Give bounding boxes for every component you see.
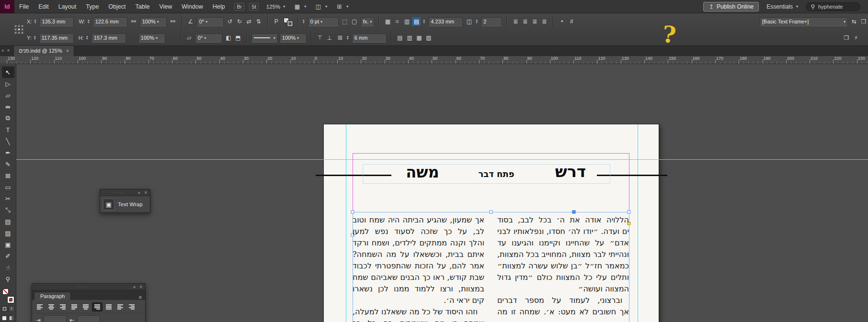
y-stepper[interactable] (34, 35, 37, 40)
skew-vertical-icon[interactable]: ⬒ (234, 33, 242, 42)
page-tool[interactable]: ▱ (2, 89, 14, 101)
justify-last-center-button[interactable] (80, 302, 91, 311)
object-styles-icon[interactable]: ❒ (842, 33, 851, 42)
x-stepper[interactable] (34, 19, 37, 24)
dock-collapse-icon[interactable]: » (0, 48, 6, 53)
width-field[interactable]: 122.6 mm (93, 17, 127, 26)
panel-menu-icon[interactable]: ≡ (137, 295, 143, 300)
panel-collapse-icon[interactable]: » (137, 190, 142, 195)
stroke-dashed-icon[interactable]: ⬚ (341, 17, 349, 26)
reference-point-proxy[interactable] (14, 25, 23, 34)
search-input[interactable]: ⚲ hyphenate (806, 2, 860, 11)
inset-stepper[interactable] (346, 35, 350, 40)
formatting-affects-text-button[interactable]: T (9, 306, 15, 312)
rotate-ccw-icon[interactable]: ↺ (226, 17, 234, 26)
columns-stepper[interactable] (475, 19, 479, 24)
line-tool[interactable]: ╲ (2, 135, 14, 147)
rectangle-tool[interactable]: ▭ (2, 181, 14, 193)
align-away-spine-button[interactable] (126, 302, 137, 311)
menu-item[interactable]: View (154, 0, 177, 13)
stroke-solid-icon[interactable]: ▢ (350, 17, 359, 26)
screen-mode-dropdown[interactable]: ◫ (314, 2, 327, 11)
panel-close-icon[interactable]: × (143, 190, 148, 195)
frame-grid-icon[interactable]: ▦ (383, 17, 392, 26)
quick-apply-icon[interactable]: ⚡ (852, 33, 860, 42)
panel-title-bar[interactable]: ⋯⋯⋯ » × (32, 284, 145, 290)
constrain-proportions-icon[interactable]: ⚯ (129, 17, 138, 26)
align-bottom-icon[interactable]: ⊥ (325, 33, 334, 42)
menu-item[interactable]: Edit (34, 0, 54, 13)
vertical-justify-center-icon[interactable]: ▥ (405, 33, 414, 42)
h-stepper[interactable] (86, 35, 90, 40)
frame-handle-top-left[interactable] (351, 211, 354, 214)
justify-all-button[interactable] (103, 302, 114, 311)
frame-anchor-handle[interactable] (572, 211, 576, 214)
scale-y-field[interactable]: 100% (138, 33, 165, 43)
skew-horizontal-icon[interactable]: ◧ (224, 33, 233, 42)
hand-tool[interactable]: ☝ (2, 262, 14, 273)
scale-link-icon[interactable]: ⚯ (169, 17, 177, 26)
scale-x-field[interactable]: 100% (140, 17, 167, 26)
align-center-button[interactable] (46, 302, 57, 311)
eyedropper-tool[interactable]: ✐ (2, 250, 14, 262)
menu-item[interactable]: Object (103, 0, 130, 13)
story-direction-icon[interactable]: P (272, 17, 281, 26)
formatting-affects-container-button[interactable] (1, 306, 8, 312)
tab-close-icon[interactable]: × (66, 48, 69, 54)
text-column-right[interactable]: הללויה אודה את ה׳ בכל לבב, בסוד ישר-ים ו… (497, 214, 629, 318)
scissors-tool[interactable]: ✂ (2, 193, 14, 204)
align-right-button[interactable] (57, 302, 68, 311)
stroke-weight-field[interactable]: 0 pt (308, 17, 339, 26)
fill-stroke-proxy[interactable] (283, 17, 293, 26)
y-position-field[interactable]: 117.35 mm (39, 33, 74, 43)
zoom-tool[interactable]: ⚲ (2, 273, 14, 285)
gutter-field[interactable]: 4.233 mm (428, 17, 463, 26)
gap-tool[interactable]: ⇹ (2, 101, 14, 112)
snippet-icon[interactable]: ❒ (859, 17, 868, 26)
dock-close-icon[interactable]: × (6, 48, 11, 53)
align-top-icon[interactable]: ⊤ (316, 33, 324, 42)
gutter-stepper[interactable] (423, 19, 426, 24)
gradient-swatch-tool[interactable]: ▤ (2, 216, 14, 227)
menu-item[interactable]: Table (130, 0, 154, 13)
indent-left-field[interactable] (44, 315, 67, 322)
align-left-icon[interactable]: ≣ (511, 17, 520, 26)
bridge-button[interactable]: Br (234, 3, 244, 11)
view-options-dropdown[interactable]: ▦ (293, 2, 306, 11)
justify-icon[interactable]: ≣ (540, 17, 548, 26)
stroke-swatch[interactable] (8, 297, 14, 303)
stroke-weight-stepper[interactable] (302, 19, 306, 24)
text-frame-icon[interactable]: ▥ (402, 17, 411, 26)
opacity-field[interactable]: 100% (280, 33, 307, 43)
menu-item[interactable]: File (14, 0, 34, 13)
apply-color-button[interactable] (1, 315, 8, 321)
justify-last-right-button[interactable] (92, 302, 103, 311)
align-left-button[interactable] (34, 302, 45, 311)
publish-online-button[interactable]: ↥ Publish Online (703, 2, 759, 11)
w-stepper[interactable] (87, 19, 91, 24)
type-tool[interactable]: T (2, 124, 14, 135)
x-position-field[interactable]: 135.3 mm (39, 17, 74, 26)
menu-item[interactable]: Type (81, 0, 103, 13)
document-tab[interactable]: פנים.indd @ 125% × (13, 46, 74, 56)
columns-field[interactable]: 2 (481, 17, 502, 26)
fill-swatch[interactable] (2, 289, 9, 295)
menu-item[interactable]: Layout (54, 0, 81, 13)
object-style-dropdown[interactable]: [Basic Text Frame+] (760, 17, 848, 26)
corner-options-icon[interactable]: ⌗ (393, 17, 401, 26)
swap-icon[interactable]: ⇆ (850, 17, 858, 26)
justify-last-left-button[interactable] (69, 302, 80, 311)
rectangle-frame-tool[interactable]: ⊠ (2, 170, 14, 181)
fill-stroke-swatches[interactable] (2, 289, 14, 303)
zoom-level-dropdown[interactable]: 125% (266, 4, 285, 10)
workspace-dropdown[interactable]: Essentials (766, 3, 798, 10)
text-column-left[interactable]: אך שמעון, שהגיע הביתה היה שמח וטובלב, על… (353, 214, 484, 322)
direct-selection-tool[interactable]: ▷ (2, 78, 14, 89)
panel-collapse-icon[interactable]: » (132, 285, 137, 289)
panel-title-bar[interactable]: ⋯⋯⋯ » × (100, 189, 150, 196)
free-transform-tool[interactable]: ⤡ (2, 204, 14, 216)
balance-columns-icon[interactable]: ▤ (412, 17, 421, 26)
content-collector-tool[interactable]: ⧉ (2, 112, 14, 124)
pencil-tool[interactable]: ✎ (2, 158, 14, 170)
selection-tool[interactable]: ↖ (2, 67, 14, 78)
